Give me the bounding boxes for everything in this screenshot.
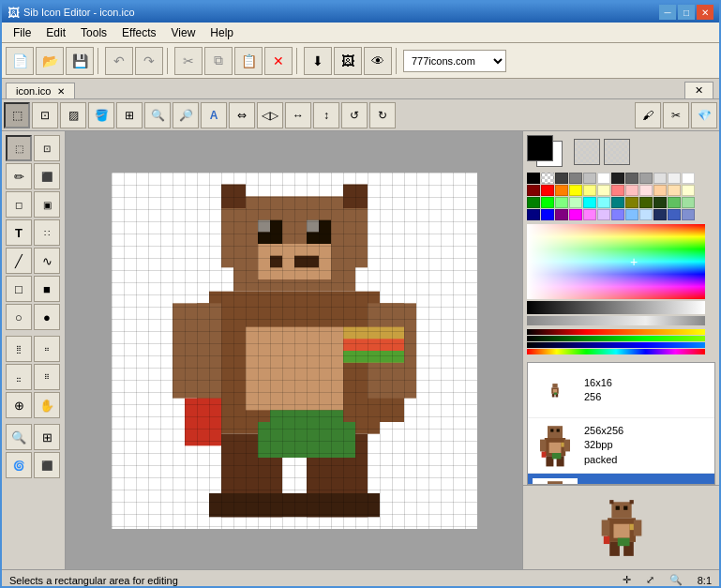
tool-pencil[interactable]: ✏ (6, 163, 32, 189)
close-button[interactable]: ✕ (697, 5, 713, 20)
swatch-ltblue[interactable] (611, 209, 624, 220)
new-button[interactable]: 📄 (6, 47, 34, 75)
tool-spray[interactable]: ∷ (34, 219, 60, 246)
tool-move-v[interactable]: ↕ (313, 102, 339, 128)
swatch-ltgreen2[interactable] (569, 197, 582, 208)
swatch-ltcyan[interactable] (597, 197, 610, 208)
tool-select-active[interactable]: ⬚ (4, 102, 30, 128)
tool-ellipse-fill[interactable]: ● (34, 304, 60, 330)
swatch-magenta[interactable] (569, 209, 582, 220)
color-picker-gradient[interactable] (527, 224, 705, 299)
tool-zoom[interactable]: 🔍 (6, 424, 32, 450)
tool-pattern2[interactable]: ⠶ (34, 336, 60, 362)
swatch-nearwh[interactable] (668, 173, 681, 184)
cut-button[interactable]: ✂ (174, 47, 203, 75)
save-button[interactable]: 💾 (66, 47, 94, 75)
foreground-color-box[interactable] (527, 135, 553, 161)
swatch-gray1[interactable] (555, 173, 568, 184)
swatch-purple[interactable] (555, 209, 568, 220)
tool-rotate-cw[interactable]: ↻ (369, 102, 396, 128)
menu-help[interactable]: Help (203, 24, 241, 41)
tool-hand[interactable]: ✋ (34, 392, 60, 418)
icon-entry-2[interactable]: 48x48 32bpp (528, 474, 714, 485)
swatch-teal[interactable] (611, 197, 624, 208)
tab-close-all[interactable]: ✕ (684, 82, 713, 98)
tab-icon[interactable]: icon.ico ✕ (6, 83, 75, 98)
tool-extra3[interactable]: 💎 (691, 102, 717, 128)
tool-pattern4[interactable]: ⠿ (34, 364, 60, 390)
swatch-red[interactable] (541, 185, 554, 196)
tool-pattern3[interactable]: ⣤ (6, 364, 32, 390)
tool-extra2[interactable]: ✂ (663, 102, 689, 128)
tool-move-right[interactable]: ↔ (285, 102, 311, 128)
tool-brush[interactable]: ⬛ (34, 163, 60, 189)
export-button[interactable]: 🖼 (334, 47, 362, 75)
canvas-area[interactable] (66, 131, 522, 569)
swatch-ltsky[interactable] (639, 209, 653, 220)
delete-button[interactable]: ✕ (264, 47, 293, 75)
tool-line[interactable]: ╱ (6, 248, 32, 274)
color-line-multi[interactable] (527, 349, 705, 354)
open-button[interactable]: 📂 (36, 47, 64, 75)
swatch-cream[interactable] (597, 185, 610, 196)
tool-rect-fill[interactable]: ■ (34, 276, 60, 302)
transparent-indicator[interactable] (574, 139, 600, 165)
swatch-gray3[interactable] (583, 173, 596, 184)
swatch-wheat[interactable] (668, 185, 681, 196)
swatch-midgray[interactable] (625, 173, 638, 184)
tool-fill-solid[interactable]: 🪣 (88, 102, 114, 128)
website-dropdown[interactable]: 777icons.com (403, 50, 506, 72)
tool-pattern1[interactable]: ⣿ (6, 336, 32, 362)
swatch-ltpink2[interactable] (639, 185, 653, 196)
tool-text[interactable]: T (6, 219, 32, 246)
swatch-pink[interactable] (611, 185, 624, 196)
swatch-white2[interactable] (597, 173, 610, 184)
copy-button[interactable]: ⧉ (204, 47, 233, 75)
swatch-orange[interactable] (555, 185, 568, 196)
tool-rotate-ccw[interactable]: ↺ (341, 102, 368, 128)
icon-list[interactable]: 16x16 256 (527, 362, 715, 485)
tool-zoom-out[interactable]: 🔎 (173, 102, 199, 128)
tool-text2[interactable]: A (201, 102, 227, 128)
swatch-gray2[interactable] (569, 173, 582, 184)
menu-file[interactable]: File (6, 24, 38, 41)
swatch-forest[interactable] (653, 197, 667, 208)
undo-button[interactable]: ↶ (105, 47, 133, 75)
tool-zoom-in[interactable]: 🔍 (144, 102, 171, 128)
menu-view[interactable]: View (164, 24, 203, 41)
swatch-cyan[interactable] (583, 197, 596, 208)
icon-entry-1[interactable]: 256x256 32bpp packed (528, 418, 714, 474)
grayscale-bar[interactable] (527, 301, 705, 314)
swatch-yellow[interactable] (569, 185, 582, 196)
swatch-ltgreen[interactable] (555, 197, 568, 208)
swatch-darkgray[interactable] (611, 173, 624, 184)
tool-extra[interactable]: ⊞ (34, 424, 60, 450)
paste-button[interactable]: 📋 (234, 47, 263, 75)
swatch-lemon[interactable] (682, 185, 695, 196)
swatch-darkblue[interactable] (527, 209, 540, 220)
tool-select2[interactable]: ⊡ (32, 102, 58, 128)
transparent-indicator2[interactable] (604, 139, 630, 165)
tool-eraser[interactable]: ◻ (6, 191, 32, 218)
tool-select3[interactable]: ▨ (60, 102, 86, 128)
tool-rect-outline[interactable]: □ (6, 276, 32, 302)
swatch-lgray[interactable] (639, 173, 653, 184)
swatch-mint[interactable] (682, 197, 695, 208)
swatch-lavender[interactable] (597, 209, 610, 220)
tool-grid[interactable]: ⊞ (116, 102, 143, 128)
import-button[interactable]: ⬇ (304, 47, 332, 75)
swatch-periwinkle[interactable] (682, 209, 695, 220)
menu-tools[interactable]: Tools (73, 24, 114, 41)
minimize-button[interactable]: ─ (659, 5, 676, 20)
swatch-silver[interactable] (653, 173, 667, 184)
swatch-green[interactable] (541, 197, 554, 208)
swatch-cobalt[interactable] (668, 209, 681, 220)
swatch-darkolive[interactable] (639, 197, 653, 208)
swatch-black[interactable] (527, 173, 540, 184)
redo-button[interactable]: ↷ (135, 47, 163, 75)
color-line-blue[interactable] (527, 342, 705, 348)
swatch-darkgreen[interactable] (527, 197, 540, 208)
maximize-button[interactable]: □ (678, 5, 695, 20)
swatch-white[interactable] (541, 173, 554, 184)
gradient-bar2[interactable] (527, 316, 705, 325)
